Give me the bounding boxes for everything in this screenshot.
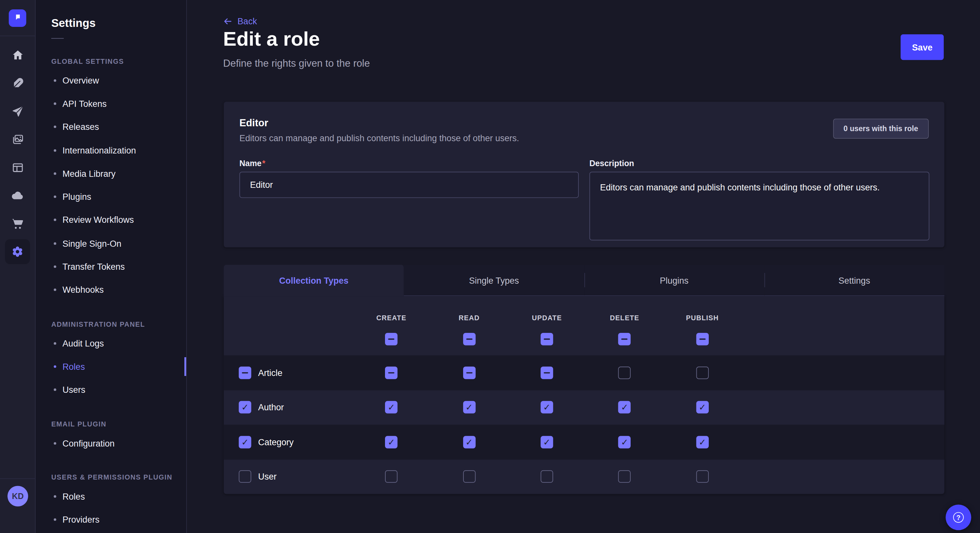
sidebar-section-label: GLOBAL SETTINGS: [36, 52, 186, 69]
active-item-indicator: [185, 357, 186, 376]
back-link[interactable]: Back: [223, 16, 257, 26]
name-label: Name*: [240, 159, 579, 168]
tab-single-types[interactable]: Single Types: [404, 265, 584, 296]
master-checkbox-create[interactable]: [385, 333, 398, 346]
sidebar-item-label: Roles: [62, 362, 85, 371]
category-update-checkbox[interactable]: [541, 436, 553, 449]
sidebar-item-label: Single Sign-On: [62, 238, 121, 248]
column-header-update: UPDATE: [532, 314, 562, 322]
description-field: Description Editors can manage and publi…: [590, 159, 929, 241]
nav-cart-button[interactable]: [5, 211, 30, 236]
nav-gear-button[interactable]: [5, 239, 30, 264]
author-delete-checkbox[interactable]: [618, 401, 631, 414]
sidebar-item-review-workflows[interactable]: Review Workflows: [36, 209, 186, 232]
tab-settings[interactable]: Settings: [764, 265, 944, 296]
bullet-icon: [54, 219, 56, 222]
master-checkbox-delete[interactable]: [618, 333, 631, 346]
sidebar-item-audit-logs[interactable]: Audit Logs: [36, 332, 186, 355]
nav-layout-button[interactable]: [5, 155, 30, 180]
category-read-checkbox[interactable]: [463, 436, 476, 449]
sidebar-item-overview[interactable]: Overview: [36, 69, 186, 92]
user-avatar[interactable]: KD: [8, 486, 28, 506]
sidebar-section-label: USERS & PERMISSIONS PLUGIN: [36, 468, 186, 485]
author-publish-checkbox[interactable]: [696, 401, 709, 414]
permission-row-author: Author: [224, 390, 944, 425]
article-delete-checkbox[interactable]: [618, 366, 631, 379]
permissions-panel: CREATEREADUPDATEDELETEPUBLISH ArticleAut…: [224, 296, 944, 494]
sidebar-section: GLOBAL SETTINGSOverviewAPI TokensRelease…: [36, 52, 186, 301]
category-publish-checkbox[interactable]: [696, 436, 709, 449]
help-button[interactable]: ?: [946, 504, 971, 530]
user-read-checkbox[interactable]: [463, 471, 476, 483]
save-button[interactable]: Save: [901, 34, 944, 60]
user-delete-checkbox[interactable]: [618, 471, 631, 483]
name-field: Name*: [240, 159, 579, 241]
description-label: Description: [590, 159, 929, 168]
master-checkbox-publish[interactable]: [696, 333, 709, 346]
user-create-checkbox[interactable]: [385, 471, 398, 483]
row-checkbox-category[interactable]: [239, 436, 251, 449]
sidebar-item-releases[interactable]: Releases: [36, 115, 186, 139]
sidebar-item-label: Releases: [62, 122, 99, 132]
sidebar-item-plugins[interactable]: Plugins: [36, 185, 186, 209]
author-create-checkbox[interactable]: [385, 401, 398, 414]
tab-collection-types[interactable]: Collection Types: [224, 265, 404, 296]
permissions-column-headers: CREATEREADUPDATEDELETEPUBLISH: [224, 296, 944, 323]
category-delete-checkbox[interactable]: [618, 436, 631, 449]
sidebar-item-users[interactable]: Users: [36, 378, 186, 401]
sidebar-item-label: Transfer Tokens: [62, 262, 125, 272]
master-checkbox-update[interactable]: [541, 333, 553, 346]
article-create-checkbox[interactable]: [385, 366, 398, 379]
sidebar-item-media-library[interactable]: Media Library: [36, 162, 186, 185]
sidebar-item-internationalization[interactable]: Internationalization: [36, 139, 186, 162]
strapi-logo[interactable]: [9, 10, 26, 27]
bullet-icon: [54, 102, 56, 105]
permission-row-article: Article: [224, 355, 944, 390]
category-create-checkbox[interactable]: [385, 436, 398, 449]
row-checkbox-user[interactable]: [239, 471, 251, 483]
sidebar-item-label: Media Library: [62, 168, 116, 178]
article-update-checkbox[interactable]: [541, 366, 553, 379]
permission-row-category: Category: [224, 425, 944, 459]
column-header-read: READ: [458, 314, 480, 322]
master-checkbox-read[interactable]: [463, 333, 476, 346]
sidebar-item-single-sign-on[interactable]: Single Sign-On: [36, 232, 186, 255]
tab-label: Collection Types: [279, 275, 348, 285]
feather-icon: [11, 76, 24, 89]
sidebar-item-transfer-tokens[interactable]: Transfer Tokens: [36, 255, 186, 279]
row-label: Category: [258, 437, 294, 447]
bullet-icon: [54, 125, 56, 128]
row-checkbox-author[interactable]: [239, 401, 251, 414]
description-input[interactable]: Editors can manage and publish contents …: [590, 171, 929, 240]
sidebar-item-api-tokens[interactable]: API Tokens: [36, 92, 186, 115]
author-update-checkbox[interactable]: [541, 401, 553, 414]
sidebar-item-providers[interactable]: Providers: [36, 508, 186, 531]
column-header-publish: PUBLISH: [686, 314, 719, 322]
sidebar-item-label: Roles: [62, 491, 85, 501]
nav-feather-button[interactable]: [5, 71, 30, 95]
user-update-checkbox[interactable]: [541, 471, 553, 483]
nav-images-button[interactable]: [5, 127, 30, 152]
article-read-checkbox[interactable]: [463, 366, 476, 379]
row-checkbox-article[interactable]: [239, 366, 251, 379]
permissions-tabs: Collection TypesSingle TypesPluginsSetti…: [224, 265, 944, 296]
author-read-checkbox[interactable]: [463, 401, 476, 414]
sidebar-item-label: Webhooks: [62, 285, 104, 295]
nav-cloud-button[interactable]: [5, 183, 30, 208]
nav-paper-plane-button[interactable]: [5, 99, 30, 124]
layout-icon: [11, 161, 24, 174]
bullet-icon: [54, 242, 56, 245]
user-publish-checkbox[interactable]: [696, 471, 709, 483]
users-count-badge: 0 users with this role: [833, 119, 929, 139]
sidebar-item-roles[interactable]: Roles: [36, 355, 186, 378]
tab-plugins[interactable]: Plugins: [584, 265, 764, 296]
article-publish-checkbox[interactable]: [696, 366, 709, 379]
bullet-icon: [54, 519, 56, 521]
nav-home-button[interactable]: [5, 43, 30, 67]
name-input[interactable]: [240, 171, 579, 198]
page-title: Edit a role: [223, 27, 320, 51]
tab-label: Single Types: [469, 275, 519, 285]
sidebar-item-configuration[interactable]: Configuration: [36, 431, 186, 455]
sidebar-item-webhooks[interactable]: Webhooks: [36, 279, 186, 302]
sidebar-item-roles[interactable]: Roles: [36, 485, 186, 508]
